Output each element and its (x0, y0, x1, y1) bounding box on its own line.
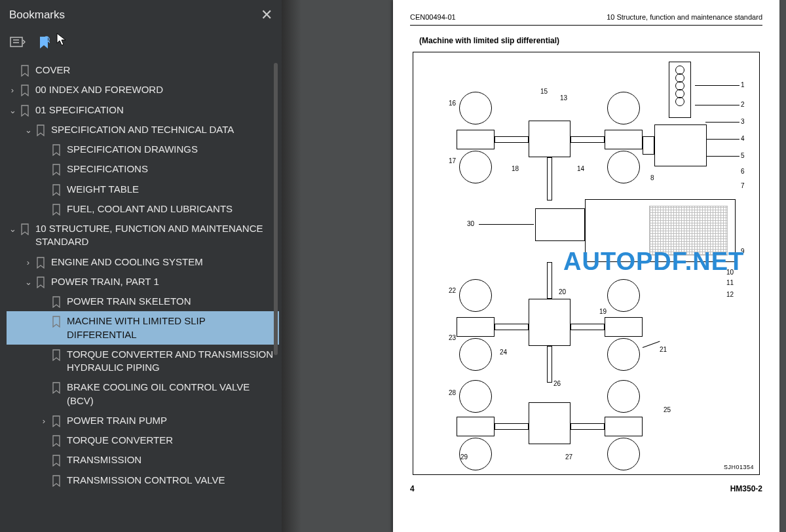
expand-chevron-icon[interactable]: ⌄ (7, 105, 18, 117)
bookmark-item[interactable]: ›ENGINE AND COOLING SYSTEM (7, 252, 279, 272)
bookmark-item[interactable]: ⌄10 STRUCTURE, FUNCTION AND MAINTENANCE … (7, 219, 279, 252)
bookmark-icon (50, 435, 63, 447)
bookmark-icon (50, 144, 63, 156)
bookmark-item[interactable]: POWER TRAIN SKELETON (7, 292, 279, 311)
bookmark-icon (50, 475, 63, 487)
bookmark-label: MACHINE WITH LIMITED SLIP DIFFERENTIAL (67, 314, 275, 341)
pdf-page: CEN00494-01 10 Structure, function and m… (393, 0, 779, 532)
bookmark-item[interactable]: ›POWER TRAIN PUMP (7, 411, 279, 430)
scrollbar[interactable] (274, 63, 278, 355)
bookmark-label: ENGINE AND COOLING SYSTEM (51, 256, 275, 269)
bookmark-label: TRANSMISSION CONTROL VALVE (67, 474, 275, 487)
bookmark-icon (18, 65, 31, 77)
bookmark-icon (18, 105, 31, 117)
bookmark-item[interactable]: SPECIFICATION DRAWINGS (7, 140, 279, 159)
bookmark-label: TORQUE CONVERTER AND TRANSMISSION HYDRAU… (67, 348, 275, 375)
bookmark-label: POWER TRAIN SKELETON (67, 295, 275, 308)
bookmark-icon (50, 316, 63, 328)
svg-rect-0 (10, 37, 22, 47)
bookmark-item[interactable]: ⌄SPECIFICATION AND TECHNICAL DATA (7, 120, 279, 140)
bookmark-item[interactable]: SPECIFICATIONS (7, 159, 279, 179)
bookmark-item[interactable]: BRAKE COOLING OIL CONTROL VALVE (BCV) (7, 377, 279, 411)
bookmark-item[interactable]: WEIGHT TABLE (7, 180, 279, 199)
bookmark-icon (50, 164, 63, 176)
bookmark-label: COVER (35, 64, 275, 77)
bookmarks-title: Bookmarks (9, 9, 65, 22)
bookmark-tree: COVER›00 INDEX AND FOREWORD⌄01 SPECIFICA… (0, 60, 282, 532)
expand-chevron-icon[interactable]: › (22, 257, 34, 269)
bookmark-icon (18, 223, 31, 235)
cursor-icon (56, 33, 68, 47)
bookmark-icon (34, 276, 47, 288)
gutter-shadow (282, 0, 301, 532)
bookmark-icon (50, 349, 63, 361)
bookmark-icon (34, 257, 47, 269)
bookmark-item[interactable]: TORQUE CONVERTER (7, 430, 279, 450)
bookmark-icon (50, 184, 63, 196)
bookmark-icon (50, 455, 63, 466)
diagram-code: SJH01354 (724, 464, 754, 470)
bookmark-item[interactable]: ›00 INDEX AND FOREWORD (7, 80, 279, 100)
page-footer: 4 HM350-2 (393, 475, 779, 493)
bookmark-icon (50, 204, 63, 216)
bookmark-label: 01 SPECIFICATION (35, 104, 275, 117)
bookmarks-toolbar (0, 35, 282, 60)
bookmark-label: SPECIFICATION DRAWINGS (67, 143, 275, 156)
bookmark-item[interactable]: TRANSMISSION (7, 450, 279, 470)
page-subtitle: (Machine with limited slip differential) (393, 26, 779, 52)
bookmark-label: TRANSMISSION (67, 453, 275, 466)
bookmark-item[interactable]: FUEL, COOLANT AND LUBRICANTS (7, 199, 279, 219)
document-viewport[interactable]: CEN00494-01 10 Structure, function and m… (282, 0, 786, 532)
bookmarks-header: Bookmarks ✕ (0, 0, 282, 35)
bookmark-item[interactable]: COVER (7, 60, 279, 80)
bookmark-item[interactable]: ⌄01 SPECIFICATION (7, 100, 279, 120)
schematic-diagram: 1 2 3 4 5 6 7 8 9 10 11 12 13 14 15 16 1… (413, 52, 760, 475)
options-icon[interactable] (9, 35, 26, 51)
svg-line-4 (48, 41, 50, 43)
bookmark-label: 10 STRUCTURE, FUNCTION AND MAINTENANCE S… (35, 222, 275, 249)
expand-chevron-icon[interactable]: › (38, 415, 50, 427)
bookmark-label: WEIGHT TABLE (67, 183, 275, 196)
bookmark-ribbon-icon[interactable] (35, 35, 52, 51)
model-number: HM350-2 (730, 484, 762, 493)
bookmark-label: POWER TRAIN PUMP (67, 414, 275, 427)
bookmarks-panel: Bookmarks ✕ COVER›00 INDEX AND FOREWORD⌄… (0, 0, 282, 532)
bookmark-label: SPECIFICATION AND TECHNICAL DATA (51, 123, 275, 136)
expand-chevron-icon[interactable]: › (7, 85, 18, 96)
bookmark-icon (18, 85, 31, 96)
bookmark-icon (34, 124, 47, 136)
bookmark-label: SPECIFICATIONS (67, 162, 275, 176)
bookmark-icon (50, 415, 63, 427)
bookmark-item[interactable]: TORQUE CONVERTER AND TRANSMISSION HYDRAU… (7, 345, 279, 378)
bookmark-label: BRAKE COOLING OIL CONTROL VALVE (BCV) (67, 381, 275, 408)
doc-id: CEN00494-01 (410, 13, 456, 21)
bookmark-label: POWER TRAIN, PART 1 (51, 275, 275, 288)
bookmark-label: FUEL, COOLANT AND LUBRICANTS (67, 202, 275, 216)
bookmark-icon (50, 382, 63, 394)
expand-chevron-icon[interactable]: ⌄ (7, 223, 18, 235)
bookmark-label: TORQUE CONVERTER (67, 434, 275, 447)
page-number: 4 (410, 484, 415, 493)
bookmark-label: 00 INDEX AND FOREWORD (35, 83, 275, 96)
page-header: CEN00494-01 10 Structure, function and m… (393, 0, 779, 24)
section-title: 10 Structure, function and maintenance s… (607, 13, 762, 21)
bookmark-item[interactable]: MACHINE WITH LIMITED SLIP DIFFERENTIAL (7, 311, 279, 345)
bookmark-icon (50, 296, 63, 308)
close-icon[interactable]: ✕ (261, 7, 272, 24)
bookmark-item[interactable]: TRANSMISSION CONTROL VALVE (7, 470, 279, 490)
expand-chevron-icon[interactable]: ⌄ (22, 124, 34, 136)
bookmark-item[interactable]: ⌄POWER TRAIN, PART 1 (7, 272, 279, 292)
expand-chevron-icon[interactable]: ⌄ (22, 276, 34, 288)
